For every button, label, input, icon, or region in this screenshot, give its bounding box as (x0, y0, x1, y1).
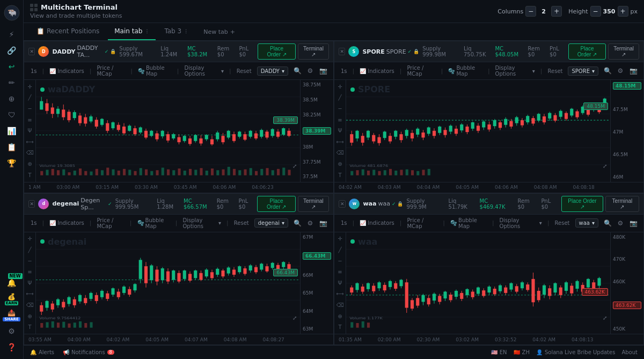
timeframe-degen[interactable]: 1s (28, 219, 39, 227)
multi-line-daddy[interactable]: ≡ (25, 115, 35, 124)
sidebar-icon-share[interactable]: 📤 SHARE (2, 307, 21, 323)
settings-degen[interactable]: ⚙ (304, 218, 316, 229)
sidebar-icon-settings[interactable]: ⚙ (2, 324, 21, 339)
screenshot-degen[interactable]: 📷 (317, 218, 329, 229)
eraser-degen[interactable]: ⌫ (25, 301, 35, 310)
reset-daddy[interactable]: Reset (235, 67, 254, 75)
horizontal-line-waa[interactable]: ─ (335, 257, 345, 266)
height-decrease[interactable]: − (590, 6, 601, 17)
zoom-daddy[interactable]: 🔍 (291, 65, 303, 76)
tab-new[interactable]: New tab + (197, 24, 241, 40)
eraser-spore[interactable]: ⌫ (335, 149, 345, 158)
reset-spore[interactable]: Reset (546, 67, 565, 75)
expand-waa[interactable]: ⤢ (603, 315, 607, 321)
settings-spore[interactable]: ⚙ (614, 65, 626, 76)
place-order-spore[interactable]: Place Order ↗ (568, 43, 606, 60)
solana-updates[interactable]: 👤 Solana Live Bribe Updates (536, 349, 615, 355)
zoom-spore[interactable]: 🔍 (602, 65, 613, 76)
sidebar-icon-edit[interactable]: ✏ (2, 75, 21, 90)
app-logo[interactable]: 🐃 (3, 4, 20, 21)
place-order-degen[interactable]: Place Order ↗ (257, 196, 295, 212)
measure-spore[interactable]: ⟷ (335, 137, 345, 146)
horizontal-line-daddy[interactable]: ─ (25, 104, 35, 113)
display-options-degen[interactable]: Display Options▾ (180, 216, 223, 230)
sidebar-icon-lightning[interactable]: ⚡ (2, 27, 21, 42)
expand-spore[interactable]: ⤢ (603, 163, 607, 169)
indicators-degen[interactable]: 📈 Indicators (47, 219, 86, 227)
fib-spore[interactable]: Ψ (335, 126, 345, 135)
timeframe-daddy[interactable]: 1s (28, 67, 39, 75)
close-daddy[interactable]: ✕ (28, 48, 35, 55)
canvas-spore[interactable]: SPORE (346, 80, 610, 182)
display-options-spore[interactable]: Display Options▾ (493, 64, 537, 78)
fib-degen[interactable]: Ψ (25, 279, 35, 288)
canvas-degen[interactable]: degenai (36, 232, 300, 334)
indicators-daddy[interactable]: 📈Indicators (47, 67, 86, 75)
display-options-daddy[interactable]: Display Options▾ (182, 64, 226, 78)
canvas-waa[interactable]: waa (346, 232, 610, 334)
symbol-selector-spore[interactable]: SPORE▾ (568, 67, 598, 76)
display-options-waa[interactable]: Display Options▾ (497, 216, 544, 230)
place-order-daddy[interactable]: Place Order ↗ (258, 43, 296, 60)
sidebar-icon-link[interactable]: 🔗 (2, 43, 21, 58)
price-mcap-spore[interactable]: Price / MCap (405, 64, 437, 78)
terminal-daddy[interactable]: Terminal ↗ (298, 43, 329, 60)
about-button[interactable]: About (621, 349, 638, 355)
terminal-degen[interactable]: Terminal ↗ (298, 196, 329, 212)
price-mcap-daddy[interactable]: Price / MCap (94, 64, 127, 78)
language-en[interactable]: 🇺🇸 EN (491, 349, 507, 355)
tab-recent-positions[interactable]: 📋 Recent Positions (30, 23, 106, 40)
text-daddy[interactable]: T (25, 171, 35, 180)
screenshot-daddy[interactable]: 📷 (317, 65, 329, 76)
place-order-waa[interactable]: Place Order ↗ (561, 196, 603, 212)
measure-waa[interactable]: ⟷ (335, 290, 345, 299)
close-waa[interactable]: ✕ (339, 200, 346, 208)
alerts-button[interactable]: 🔔 Alerts (30, 349, 54, 355)
symbol-selector-daddy[interactable]: DADDY▾ (257, 67, 288, 76)
symbol-selector-waa[interactable]: waa▾ (575, 218, 598, 228)
fib-daddy[interactable]: Ψ (25, 126, 35, 135)
trend-line-spore[interactable]: ╱ (335, 93, 345, 102)
columns-increase[interactable]: + (551, 6, 562, 17)
sidebar-icon-help[interactable]: ❓ (2, 340, 21, 355)
sidebar-icon-back[interactable]: ↩ (2, 59, 21, 74)
settings-waa[interactable]: ⚙ (614, 218, 626, 229)
bubble-map-degen[interactable]: 🫧 Bubble Map (135, 216, 172, 230)
expand-degen[interactable]: ⤢ (292, 315, 297, 321)
text-degen[interactable]: T (25, 323, 35, 332)
height-increase[interactable]: + (618, 6, 628, 17)
reset-degen[interactable]: Reset (232, 219, 251, 227)
magnet-daddy[interactable]: ⊕ (25, 159, 35, 168)
close-degen[interactable]: ✕ (28, 200, 35, 208)
text-waa[interactable]: T (335, 323, 345, 332)
settings-daddy[interactable]: ⚙ (304, 65, 316, 76)
sidebar-icon-earn[interactable]: 💰 EARN (2, 291, 21, 306)
horizontal-line-degen[interactable]: ─ (25, 257, 35, 266)
terminal-spore[interactable]: Terminal ↗ (608, 43, 639, 60)
magnet-degen[interactable]: ⊕ (25, 312, 35, 321)
sidebar-icon-new[interactable]: 🔔NEW (2, 275, 21, 290)
crosshair-spore[interactable]: ✛ (335, 82, 345, 91)
crosshair-degen[interactable]: ✛ (25, 235, 35, 244)
tab-3[interactable]: Tab 3 ⋮ (158, 23, 195, 40)
crosshair-waa[interactable]: ✛ (335, 235, 345, 244)
bubble-map-waa[interactable]: 🫧 Bubble Map (448, 216, 489, 230)
expand-daddy[interactable]: ⤢ (292, 163, 297, 169)
indicators-spore[interactable]: 📈 Indicators (357, 67, 396, 75)
measure-degen[interactable]: ⟷ (25, 290, 35, 299)
sidebar-icon-shield[interactable]: 🛡 (2, 107, 21, 122)
reset-waa[interactable]: Reset (553, 219, 572, 227)
horizontal-line-spore[interactable]: ─ (335, 104, 345, 113)
screenshot-waa[interactable]: 📷 (627, 218, 639, 229)
zoom-degen[interactable]: 🔍 (291, 218, 303, 229)
sidebar-icon-chart[interactable]: 📊 (2, 123, 21, 138)
screenshot-spore[interactable]: 📷 (627, 65, 639, 76)
multi-line-spore[interactable]: ≡ (335, 115, 345, 124)
trend-line-waa[interactable]: ╱ (335, 245, 345, 254)
eraser-waa[interactable]: ⌫ (335, 301, 345, 310)
sidebar-icon-list[interactable]: 📋 (2, 140, 21, 155)
magnet-spore[interactable]: ⊕ (335, 159, 345, 168)
tab-main[interactable]: Main tab ⋮ (108, 23, 156, 40)
price-mcap-waa[interactable]: Price / MCap (405, 216, 440, 230)
price-mcap-degen[interactable]: Price / MCap (94, 216, 126, 230)
